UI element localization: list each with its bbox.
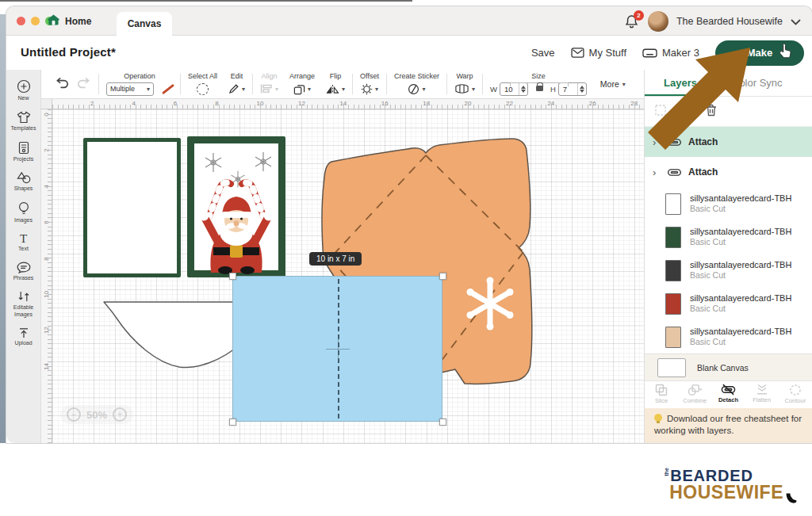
sidebar-item-images[interactable]: Images: [6, 197, 40, 228]
expand-chevron[interactable]: ›: [653, 136, 661, 148]
sidebar-item-editable-images[interactable]: Editable Images: [6, 285, 40, 323]
sidebar-item-upload[interactable]: Upload: [6, 323, 40, 351]
plus-circle-icon: [17, 79, 31, 94]
redo-button[interactable]: [77, 77, 90, 92]
edit-menu-button[interactable]: Edit ▾: [223, 70, 251, 98]
size-label: Size: [531, 72, 546, 81]
upload-icon: [18, 327, 29, 338]
trash-icon: [706, 104, 717, 117]
machine-label: Maker 3: [662, 47, 699, 59]
notifications-button[interactable]: 2: [624, 13, 640, 29]
selection-handle-top-left[interactable]: [229, 273, 236, 280]
save-button[interactable]: Save: [531, 47, 555, 59]
align-icon: [260, 84, 273, 94]
width-label: W: [490, 85, 497, 94]
tab-color-sync[interactable]: Color Sync: [732, 77, 783, 89]
save-label: Save: [531, 47, 555, 59]
sidebar-item-projects[interactable]: Projects: [6, 136, 40, 167]
more-button[interactable]: More▾: [592, 70, 634, 98]
offset-button[interactable]: Offset ▾: [354, 70, 385, 98]
undo-button[interactable]: [56, 77, 69, 92]
delete-button[interactable]: [706, 104, 717, 120]
zoom-in-button[interactable]: +: [113, 407, 127, 422]
layer-operation: Basic Cut: [690, 204, 791, 214]
slice-icon: [655, 384, 668, 396]
arrange-icon: [293, 83, 305, 95]
machine-select-button[interactable]: Maker 3: [642, 47, 699, 59]
group-button[interactable]: [654, 104, 667, 120]
layer-row[interactable]: sillysantalayeredcard-TBH Basic Cut: [645, 254, 812, 287]
selection-handle-bottom-left[interactable]: [229, 419, 236, 426]
tab-layers[interactable]: Layers: [664, 77, 697, 89]
sidebar-item-templates[interactable]: Templates: [6, 106, 40, 136]
detach-button[interactable]: Detach: [712, 384, 744, 403]
arrange-button[interactable]: Arrange ▾: [284, 70, 320, 98]
active-tab-underline: [645, 94, 713, 97]
pencil-icon: [228, 83, 239, 94]
center-crosshair: [326, 337, 350, 361]
layer-operation: Basic Cut: [690, 270, 791, 281]
combine-button[interactable]: Combine: [679, 384, 710, 404]
pen-color-swatch[interactable]: [160, 82, 173, 95]
selection-handle-top-right[interactable]: [439, 273, 446, 280]
make-button[interactable]: Make: [715, 40, 804, 66]
group-icon: [654, 104, 667, 117]
close-window-button[interactable]: [17, 17, 25, 25]
sidebar-item-phrases[interactable]: Phrases: [6, 257, 40, 286]
sidebar-item-new[interactable]: New: [6, 75, 40, 106]
duplicate-button[interactable]: [680, 104, 692, 119]
selected-rectangle[interactable]: [232, 276, 442, 422]
sidebar-item-shapes[interactable]: Shapes: [6, 166, 40, 197]
select-all-button[interactable]: Select All: [182, 70, 223, 98]
lightbulb-icon: [654, 414, 662, 422]
layer-group-attach-1[interactable]: › Attach: [645, 127, 812, 157]
home-tab-label: Home: [65, 16, 91, 27]
envelope-flap[interactable]: [102, 300, 244, 371]
layer-row[interactable]: sillysantalayeredcard-TBH Basic Cut: [645, 220, 812, 254]
layer-row[interactable]: sillysantalayeredcard-TBH Basic Cut: [645, 287, 812, 320]
tab-canvas[interactable]: Canvas: [117, 12, 172, 36]
account-menu-chevron[interactable]: [791, 14, 801, 29]
flip-button[interactable]: Flip ▾: [320, 70, 350, 98]
operation-select[interactable]: Multiple▾: [106, 82, 154, 96]
sidebar-item-text[interactable]: T Text: [6, 228, 40, 257]
layer-operation: Basic Cut: [690, 304, 791, 314]
lightbulb-icon: [18, 201, 29, 216]
layer-list: sillysantalayeredcard-TBH Basic Cut sill…: [645, 187, 812, 354]
lock-icon[interactable]: [536, 86, 543, 91]
layer-title: sillysantalayeredcard-TBH: [690, 260, 791, 270]
design-canvas[interactable]: 246810121416182022242628 02468101214: [41, 99, 644, 443]
layer-title: sillysantalayeredcard-TBH: [690, 293, 791, 304]
minimize-window-button[interactable]: [31, 17, 40, 25]
ruler-corner: [41, 99, 52, 109]
layer-row[interactable]: sillysantalayeredcard-TBH Basic Cut: [645, 320, 812, 354]
project-title: Untitled Project*: [21, 45, 116, 59]
layer-thumbnail: [665, 260, 681, 281]
slice-button[interactable]: Slice: [645, 384, 677, 404]
envelope-icon: [571, 48, 584, 58]
blank-canvas-row[interactable]: Blank Canvas: [645, 354, 812, 380]
flip-icon: [326, 84, 339, 94]
text-icon: T: [20, 233, 27, 244]
zoom-out-button[interactable]: −: [67, 407, 81, 422]
warp-button[interactable]: Warp ▾: [449, 70, 481, 98]
flatten-button[interactable]: Flatten: [746, 384, 778, 403]
layer-group-attach-2[interactable]: › Attach: [645, 157, 812, 187]
cheatsheet-banner[interactable]: Download our free cheatsheet for working…: [645, 408, 812, 443]
attach-icon: [667, 138, 682, 147]
create-sticker-button[interactable]: Create Sticker ▾: [389, 70, 445, 98]
card-santa[interactable]: [187, 136, 285, 277]
contour-button[interactable]: Contour: [779, 384, 811, 404]
notification-badge: 2: [634, 10, 644, 21]
card-blank-green-frame[interactable]: [83, 138, 181, 277]
avatar[interactable]: [648, 11, 668, 32]
my-stuff-button[interactable]: My Stuff: [571, 47, 626, 59]
selection-handle-bottom-right[interactable]: [439, 419, 446, 426]
machine-icon: [642, 48, 657, 58]
layer-row[interactable]: sillysantalayeredcard-TBH Basic Cut: [645, 187, 812, 220]
desktop-top-line: [0, 0, 412, 2]
height-stepper[interactable]: [577, 83, 586, 95]
horizontal-ruler: 246810121416182022242628: [52, 99, 644, 109]
tab-home[interactable]: Home: [48, 13, 91, 30]
expand-chevron[interactable]: ›: [653, 166, 661, 178]
